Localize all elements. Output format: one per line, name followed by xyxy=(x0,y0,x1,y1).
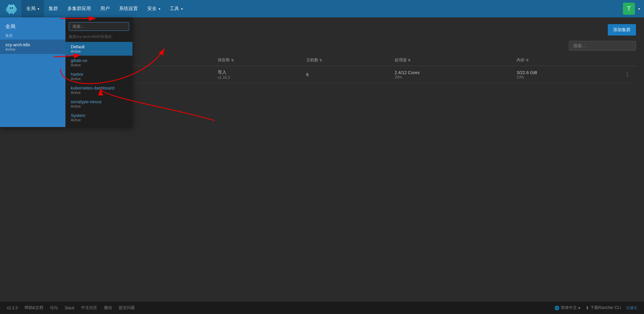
nav-right: T ▾ xyxy=(623,3,640,15)
nav-item-users[interactable]: 用户 xyxy=(96,0,114,17)
footer-link-slack[interactable]: Slack xyxy=(65,306,74,310)
header-memory[interactable]: 内存 xyxy=(513,55,619,66)
nav-item-global[interactable]: 全局 ▾ xyxy=(21,0,44,17)
nav-item-system-settings[interactable]: 系统设置 xyxy=(114,0,143,17)
nav-item-security[interactable]: 安全 ▾ xyxy=(143,0,165,17)
user-dropdown-arrow[interactable]: ▾ xyxy=(638,7,640,11)
global-dropdown-arrow: ▾ xyxy=(38,7,39,11)
add-cluster-button[interactable]: 添加集群 xyxy=(608,24,636,36)
header-hosts[interactable]: 主机数 xyxy=(302,55,391,66)
row-actions-cell: ⋮ xyxy=(619,66,636,83)
header-provider[interactable]: 供应商 xyxy=(214,55,302,66)
svg-rect-5 xyxy=(9,12,10,14)
row-cpu: 2.4/12 Cores 20% xyxy=(391,66,513,83)
namespace-item-harbor[interactable]: harbor Active xyxy=(65,69,132,83)
watermark: 亿速云 xyxy=(626,305,637,310)
tools-dropdown-arrow: ▾ xyxy=(181,7,183,11)
footer-link-chinese-community[interactable]: 中文社区 xyxy=(81,305,97,311)
row-provider: 导入 v1.16.3 xyxy=(214,66,302,83)
footer: v2.3.3 帮助&文档 论坛 Slack 中文社区 微信 提交问题 🌐 简体中… xyxy=(0,301,644,314)
svg-point-4 xyxy=(12,4,15,8)
search-hint: 集群zcy-arch-k8s中的项目。 xyxy=(65,33,132,42)
namespace-item-default[interactable]: Default Active xyxy=(65,42,132,56)
top-nav: 全局 ▾ 集群 多集群应用 用户 系统设置 安全 ▾ 工具 ▾ T ▾ xyxy=(0,0,644,17)
footer-right: 🌐 简体中文 ▾ ⬇ 下载Rancher CLI 亿速云 xyxy=(554,305,637,311)
svg-point-3 xyxy=(8,4,11,8)
row-hosts: 6 xyxy=(302,66,391,83)
footer-link-issues[interactable]: 提交问题 xyxy=(119,305,135,311)
namespace-item-system[interactable]: System Active xyxy=(65,111,132,124)
download-icon: ⬇ xyxy=(586,306,589,310)
dropdown-right-panel: 集群zcy-arch-k8s中的项目。 Default Active gitla… xyxy=(65,17,132,127)
user-avatar[interactable]: T xyxy=(623,3,635,15)
svg-rect-6 xyxy=(13,12,14,14)
nav-item-multi-cluster[interactable]: 多集群应用 xyxy=(63,0,96,17)
footer-language-selector[interactable]: 🌐 简体中文 ▾ xyxy=(554,305,580,311)
svg-point-9 xyxy=(10,8,12,10)
dropdown-header: 全局 xyxy=(0,20,65,32)
lang-dropdown-arrow: ▾ xyxy=(578,306,580,310)
footer-link-forum[interactable]: 论坛 xyxy=(50,305,58,311)
namespace-item-kubernetes-dashboard[interactable]: kubernetes-dashboard Active xyxy=(65,83,132,97)
footer-link-help[interactable]: 帮助&文档 xyxy=(24,305,43,311)
cluster-search-input[interactable] xyxy=(569,41,636,51)
footer-download-cli[interactable]: ⬇ 下载Rancher CLI xyxy=(586,305,621,311)
namespace-search-input[interactable] xyxy=(69,22,129,31)
dropdown-cluster-item-zcy[interactable]: zcy-arch-k8s Active xyxy=(0,40,65,54)
header-actions xyxy=(619,55,636,66)
global-dropdown: 全局 集群 zcy-arch-k8s Active 集群zcy-arch-k8s… xyxy=(0,17,132,127)
header-cpu[interactable]: 处理器 xyxy=(391,55,513,66)
row-menu-button[interactable]: ⋮ xyxy=(623,71,632,78)
row-memory: 3/22.6 GiB 13% xyxy=(513,66,619,83)
globe-icon: 🌐 xyxy=(554,306,559,310)
nav-item-cluster[interactable]: 集群 xyxy=(44,0,63,17)
dropdown-section-label: 集群 xyxy=(0,32,65,40)
dropdown-left-panel: 全局 集群 zcy-arch-k8s Active xyxy=(0,17,65,127)
nav-item-tools[interactable]: 工具 ▾ xyxy=(165,0,187,17)
footer-version: v2.3.3 xyxy=(7,306,18,310)
logo-area[interactable] xyxy=(4,3,19,15)
nav-items: 全局 ▾ 集群 多集群应用 用户 系统设置 安全 ▾ 工具 ▾ xyxy=(21,0,623,17)
namespace-item-sonatype-nexus[interactable]: sonatype-nexus Active xyxy=(65,97,132,111)
security-dropdown-arrow: ▾ xyxy=(159,7,160,11)
namespace-item-gitlab-ce[interactable]: gitlab-ce Active xyxy=(65,56,132,69)
brand-logo xyxy=(4,3,19,15)
footer-link-wechat[interactable]: 微信 xyxy=(104,305,112,311)
